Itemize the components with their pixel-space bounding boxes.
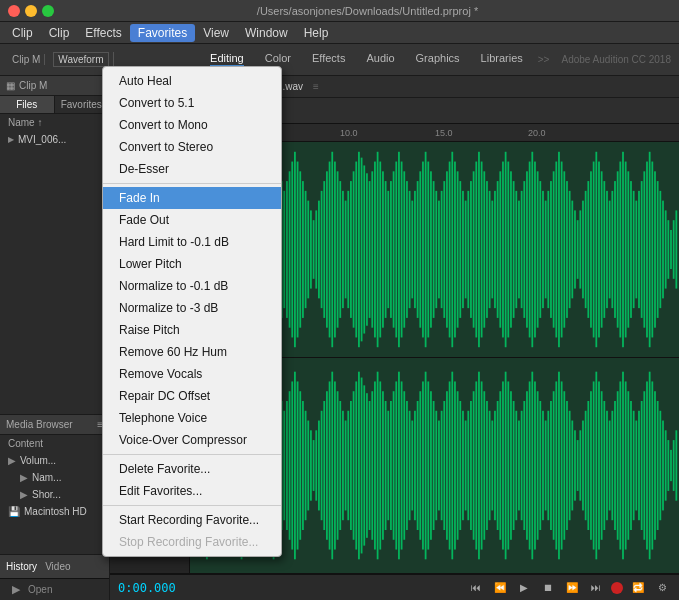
dropdown-overlay: Auto Heal Convert to 5.1 Convert to Mono…	[0, 44, 679, 600]
close-button[interactable]	[8, 5, 20, 17]
menu-de-esser[interactable]: De-Esser	[103, 158, 281, 180]
menu-favorites[interactable]: Favorites	[130, 24, 195, 42]
menu-remove-vocals[interactable]: Remove Vocals	[103, 363, 281, 385]
menu-clip[interactable]: Clip	[4, 24, 41, 42]
menu-delete-fav[interactable]: Delete Favorite...	[103, 458, 281, 480]
title-bar: /Users/asonjones/Downloads/Untitled.prpr…	[0, 0, 679, 22]
menu-help[interactable]: Help	[296, 24, 337, 42]
traffic-lights	[8, 5, 54, 17]
minimize-button[interactable]	[25, 5, 37, 17]
menu-start-rec[interactable]: Start Recording Favorite...	[103, 509, 281, 531]
menu-lower-pitch[interactable]: Lower Pitch	[103, 253, 281, 275]
menu-remove-60hz[interactable]: Remove 60 Hz Hum	[103, 341, 281, 363]
menu-section-3: Delete Favorite... Edit Favorites...	[103, 455, 281, 506]
menu-stop-rec: Stop Recording Favorite...	[103, 531, 281, 553]
favorites-dropdown: Auto Heal Convert to 5.1 Convert to Mono…	[102, 66, 282, 557]
menu-window[interactable]: Window	[237, 24, 296, 42]
menu-fade-out[interactable]: Fade Out	[103, 209, 281, 231]
menu-normalize-01[interactable]: Normalize to -0.1 dB	[103, 275, 281, 297]
menu-section-2: Fade In Fade Out Hard Limit to -0.1 dB L…	[103, 184, 281, 455]
menu-voiceover[interactable]: Voice-Over Compressor	[103, 429, 281, 451]
menu-view[interactable]: View	[195, 24, 237, 42]
menu-hard-limit[interactable]: Hard Limit to -0.1 dB	[103, 231, 281, 253]
menu-clip2[interactable]: Clip	[41, 24, 78, 42]
menu-auto-heal[interactable]: Auto Heal	[103, 70, 281, 92]
menu-repair-dc[interactable]: Repair DC Offset	[103, 385, 281, 407]
menu-section-1: Auto Heal Convert to 5.1 Convert to Mono…	[103, 67, 281, 184]
menu-fade-in[interactable]: Fade In	[103, 187, 281, 209]
menu-raise-pitch[interactable]: Raise Pitch	[103, 319, 281, 341]
menu-bar: Clip Clip Effects Favorites View Window …	[0, 22, 679, 44]
menu-edit-fav[interactable]: Edit Favorites...	[103, 480, 281, 502]
menu-convert-stereo[interactable]: Convert to Stereo	[103, 136, 281, 158]
maximize-button[interactable]	[42, 5, 54, 17]
window-title: /Users/asonjones/Downloads/Untitled.prpr…	[64, 5, 671, 17]
menu-telephone[interactable]: Telephone Voice	[103, 407, 281, 429]
menu-convert-mono[interactable]: Convert to Mono	[103, 114, 281, 136]
menu-normalize-3[interactable]: Normalize to -3 dB	[103, 297, 281, 319]
menu-effects[interactable]: Effects	[77, 24, 129, 42]
menu-convert-51[interactable]: Convert to 5.1	[103, 92, 281, 114]
menu-section-4: Start Recording Favorite... Stop Recordi…	[103, 506, 281, 556]
